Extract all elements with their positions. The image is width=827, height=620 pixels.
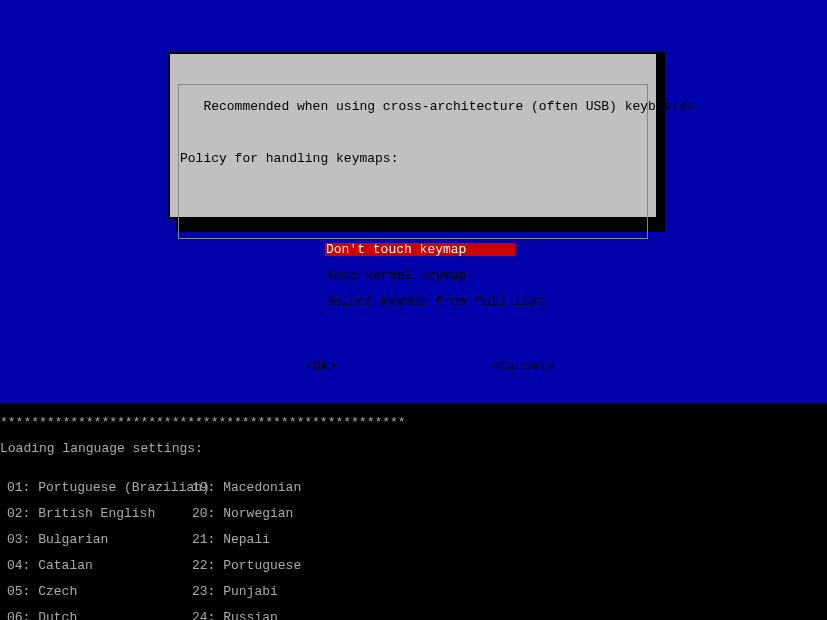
language-option: 23: Punjabi	[192, 585, 377, 598]
blank-line	[180, 178, 646, 191]
keymap-option-list: Select keymap from arch list Don't touch…	[325, 204, 646, 321]
language-option: 02: British English	[7, 507, 192, 520]
language-option: 05: Czech	[7, 585, 192, 598]
keymap-option-arch-list[interactable]: Select keymap from arch list	[325, 217, 515, 230]
language-option: 20: Norwegian	[192, 507, 377, 520]
loading-label: Loading language settings:	[0, 442, 827, 455]
language-columns: 01: Portuguese (Brazilian) 02: British E…	[0, 468, 827, 620]
language-option: 04: Catalan	[7, 559, 192, 572]
console-output: ****************************************…	[0, 403, 827, 620]
dialog-hint-text: Recommended when using cross-architectur…	[180, 100, 646, 113]
dialog-inner: Recommended when using cross-architectur…	[178, 84, 648, 239]
language-option: 24: Russian	[192, 611, 377, 620]
separator-line: ****************************************…	[0, 416, 827, 429]
language-option: 21: Nepali	[192, 533, 377, 546]
language-option: 19: Macedonian	[192, 481, 377, 494]
language-column-2: 19: Macedonian 20: Norwegian 21: Nepali …	[192, 468, 377, 620]
dialog-button-row: <Ok> <Cancel>	[180, 360, 646, 373]
language-column-1: 01: Portuguese (Brazilian) 02: British E…	[7, 468, 192, 620]
dialog-policy-label: Policy for handling keymaps:	[180, 152, 646, 165]
keymap-option-dont-touch[interactable]: Don't touch keymap	[325, 243, 515, 256]
keymap-option-full-list[interactable]: Select keymap from full list	[325, 295, 515, 308]
language-option: 03: Bulgarian	[7, 533, 192, 546]
language-option: 22: Portuguese	[192, 559, 377, 572]
language-option: 01: Portuguese (Brazilian)	[7, 481, 192, 494]
language-option: 06: Dutch	[7, 611, 192, 620]
keymap-policy-dialog: Recommended when using cross-architectur…	[168, 52, 658, 219]
keymap-option-keep-kernel[interactable]: Keep kernel keymap	[325, 269, 515, 282]
installer-upper-region: Recommended when using cross-architectur…	[0, 52, 827, 377]
cancel-button[interactable]: <Cancel>	[492, 360, 554, 373]
blank-line	[180, 126, 646, 139]
ok-button[interactable]: <Ok>	[305, 360, 336, 373]
